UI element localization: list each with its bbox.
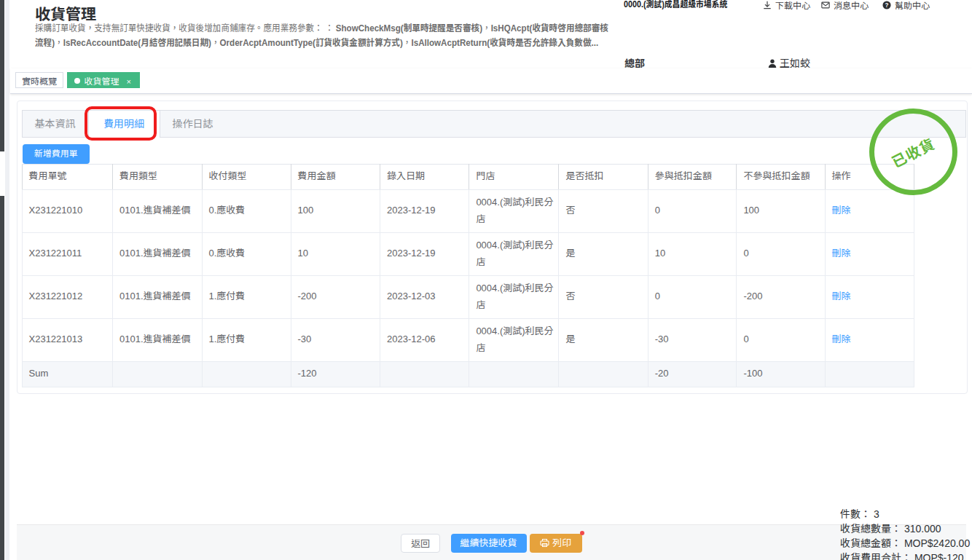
svg-text:?: ?: [885, 2, 889, 9]
